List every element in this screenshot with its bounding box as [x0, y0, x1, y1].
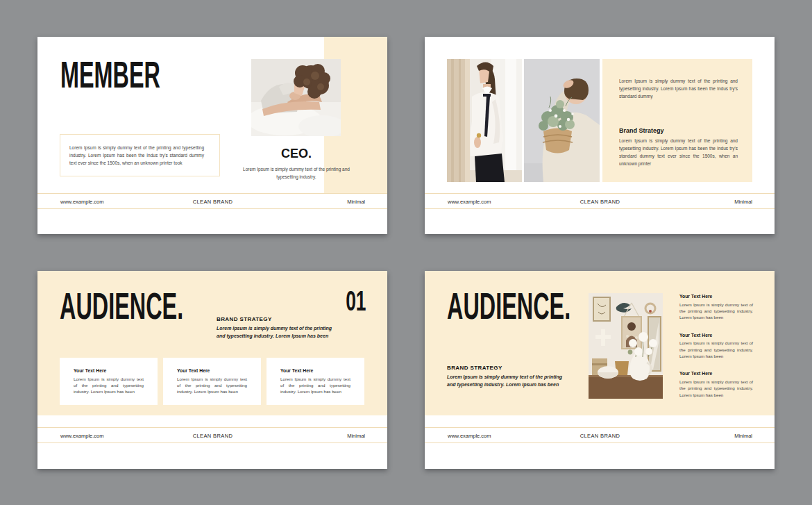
footer-brand: CLEAN BRAND: [193, 432, 233, 438]
panel-paragraph-bottom: Lorem Ipsum is simply dummy text of the …: [619, 137, 738, 167]
section-tagline: Lorem Ipsum is simply dummy text of the …: [217, 324, 339, 340]
text-card: Your Text Here Lorem Ipsum is simply dum…: [163, 358, 261, 405]
item-body: Lorem Ipsum is simply dummy text of the …: [679, 301, 753, 321]
footer-website: www.example.com: [60, 432, 104, 438]
footer-brand: CLEAN BRAND: [193, 198, 233, 204]
item-title: Your Text Here: [679, 333, 753, 338]
footer-divider-bottom: [37, 442, 387, 443]
slide-footer: www.example.com CLEAN BRAND Minimal: [60, 428, 365, 442]
footer-website: www.example.com: [448, 198, 491, 204]
slide-member[interactable]: MEMBER Lorem Ipsum is simply dummy text …: [37, 37, 387, 234]
section-heading: BRAND STRATEGY: [447, 365, 502, 371]
portrait-ceo-photo: [251, 59, 341, 136]
panel-heading: Brand Strategy: [619, 127, 664, 134]
page-number: 01: [335, 288, 366, 314]
role-title: CEO.: [237, 147, 355, 161]
footer-brand: CLEAN BRAND: [580, 198, 620, 204]
flower-basket-photo: [524, 59, 600, 182]
list-item: Your Text Here Lorem Ipsum is simply dum…: [679, 294, 753, 321]
interior-decor-photo: [589, 293, 663, 399]
text-panel: Lorem Ipsum is simply dummy text of the …: [602, 59, 752, 182]
side-text-list: Your Text Here Lorem Ipsum is simply dum…: [679, 294, 753, 410]
panel-paragraph-top: Lorem Ipsum is simply dummy text of the …: [619, 77, 738, 100]
footer-label: Minimal: [734, 432, 752, 438]
slides-grid: MEMBER Lorem Ipsum is simply dummy text …: [0, 0, 812, 505]
role-caption: Lorem Ipsum is simply dummy text of the …: [234, 165, 359, 181]
footer-label: Minimal: [347, 432, 365, 438]
slide-footer: www.example.com CLEAN BRAND Minimal: [448, 428, 752, 442]
card-title: Your Text Here: [280, 368, 350, 373]
slide-audience-detail[interactable]: AUDIENCE. BRAND STRATEGY Lorem Ipsum is …: [425, 271, 775, 469]
slide-footer: www.example.com CLEAN BRAND Minimal: [448, 194, 752, 208]
intro-paragraph: Lorem Ipsum is simply dummy text of the …: [69, 144, 204, 167]
slide-audience-overview[interactable]: AUDIENCE. 01 BRAND STRATEGY Lorem Ipsum …: [37, 271, 387, 469]
footer-label: Minimal: [734, 198, 752, 204]
slide-brand-strategy[interactable]: Lorem Ipsum is simply dummy text of the …: [425, 37, 775, 234]
text-card: Your Text Here Lorem Ipsum is simply dum…: [267, 358, 364, 405]
text-cards-row: Your Text Here Lorem Ipsum is simply dum…: [60, 358, 364, 405]
intro-text-box: Lorem Ipsum is simply dummy text of the …: [60, 134, 220, 176]
card-body: Lorem Ipsum is simply dummy text of the …: [280, 376, 350, 395]
footer-brand: CLEAN BRAND: [580, 432, 620, 438]
item-body: Lorem Ipsum is simply dummy text of the …: [679, 340, 753, 359]
section-tagline: Lorem Ipsum is simply dummy text of the …: [447, 373, 570, 388]
card-body: Lorem Ipsum is simply dummy text of the …: [177, 376, 247, 395]
team-member-photo: [447, 59, 522, 182]
text-card: Your Text Here Lorem Ipsum is simply dum…: [60, 358, 158, 405]
card-title: Your Text Here: [74, 368, 144, 373]
slide-title: MEMBER: [60, 58, 227, 91]
footer-divider-bottom: [37, 208, 387, 209]
footer-label: Minimal: [347, 198, 365, 204]
item-title: Your Text Here: [679, 371, 753, 376]
footer-divider-bottom: [425, 442, 775, 443]
footer-website: www.example.com: [448, 432, 491, 438]
slide-footer: www.example.com CLEAN BRAND Minimal: [60, 194, 365, 208]
item-body: Lorem Ipsum is simply dummy text of the …: [679, 379, 753, 398]
list-item: Your Text Here Lorem Ipsum is simply dum…: [679, 371, 753, 398]
item-title: Your Text Here: [679, 294, 753, 299]
section-heading: BRAND STRATEGY: [217, 316, 272, 322]
card-body: Lorem Ipsum is simply dummy text of the …: [74, 376, 144, 395]
footer-divider-bottom: [425, 208, 775, 209]
card-title: Your Text Here: [177, 368, 247, 373]
footer-website: www.example.com: [60, 198, 104, 204]
list-item: Your Text Here Lorem Ipsum is simply dum…: [679, 333, 753, 360]
